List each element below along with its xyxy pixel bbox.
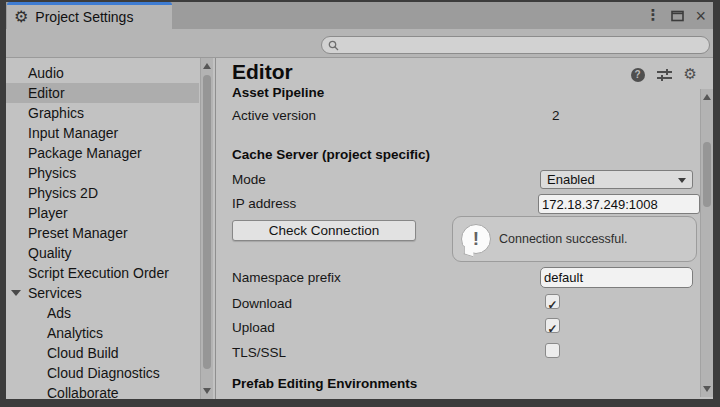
upload-label: Upload bbox=[232, 320, 275, 335]
search-icon bbox=[328, 40, 339, 51]
connection-status-notice: ! Connection successful. bbox=[452, 216, 697, 262]
info-bubble-icon: ! bbox=[461, 224, 491, 254]
page-title: Editor bbox=[232, 60, 293, 84]
sidebar-item-cloud-diagnostics[interactable]: Cloud Diagnostics bbox=[6, 363, 199, 383]
section-asset-pipeline: Asset Pipeline bbox=[232, 85, 324, 100]
mode-dropdown-value: Enabled bbox=[547, 172, 595, 187]
section-cache-server: Cache Server (project specific) bbox=[232, 147, 430, 162]
scroll-up-icon[interactable] bbox=[703, 94, 711, 100]
sidebar-item-audio[interactable]: Audio bbox=[6, 63, 199, 83]
exclamation-icon: ! bbox=[462, 228, 490, 250]
mode-dropdown[interactable]: Enabled bbox=[540, 170, 693, 189]
search-box[interactable] bbox=[321, 36, 710, 54]
active-version-label: Active version bbox=[232, 108, 316, 123]
sidebar-item-graphics[interactable]: Graphics bbox=[6, 103, 199, 123]
sidebar-item-quality[interactable]: Quality bbox=[6, 243, 199, 263]
ip-address-label: IP address bbox=[232, 196, 296, 211]
download-label: Download bbox=[232, 296, 292, 311]
content-scrollbar[interactable] bbox=[700, 89, 713, 397]
project-settings-tab[interactable]: ⚙ Project Settings bbox=[7, 2, 172, 29]
sidebar-item-physics[interactable]: Physics bbox=[6, 163, 199, 183]
active-version-value: 2 bbox=[552, 108, 560, 123]
mode-label: Mode bbox=[232, 172, 266, 187]
settings-gear-icon: ⚙ bbox=[14, 9, 28, 25]
ip-address-field[interactable] bbox=[538, 194, 700, 214]
sidebar-item-script-execution-order[interactable]: Script Execution Order bbox=[6, 263, 199, 283]
check-icon: ✓ bbox=[547, 322, 557, 336]
editor-settings-panel: Editor ? ⚙ Asset Pipeline Active version… bbox=[216, 58, 713, 399]
search-input[interactable] bbox=[343, 38, 709, 52]
scroll-down-icon[interactable] bbox=[203, 388, 211, 394]
upload-checkbox[interactable]: ✓ bbox=[545, 318, 560, 333]
section-prefab-editing: Prefab Editing Environments bbox=[232, 376, 417, 391]
maximize-icon[interactable] bbox=[671, 10, 684, 22]
sidebar-item-preset-manager[interactable]: Preset Manager bbox=[6, 223, 199, 243]
sidebar-item-cloud-build[interactable]: Cloud Build bbox=[6, 343, 199, 363]
project-settings-window: ⚙ Project Settings ⋮ × bbox=[6, 2, 713, 399]
check-icon: ✓ bbox=[547, 298, 557, 312]
sidebar-item-input-manager[interactable]: Input Manager bbox=[6, 123, 199, 143]
toolbar bbox=[6, 29, 713, 58]
presets-icon[interactable] bbox=[657, 68, 672, 82]
status-message: Connection successful. bbox=[499, 232, 628, 246]
namespace-prefix-label: Namespace prefix bbox=[232, 270, 341, 285]
tls-ssl-label: TLS/SSL bbox=[232, 345, 286, 360]
help-icon[interactable]: ? bbox=[631, 68, 645, 82]
sidebar-item-label: Services bbox=[28, 285, 82, 301]
settings-sidebar: Audio Editor Graphics Input Manager Pack… bbox=[6, 58, 216, 399]
sidebar-scroll-thumb[interactable] bbox=[203, 75, 211, 369]
title-bar: ⚙ Project Settings ⋮ × bbox=[6, 2, 713, 29]
window-controls: ⋮ × bbox=[645, 2, 706, 29]
sidebar-item-collaborate[interactable]: Collaborate bbox=[6, 383, 199, 403]
sidebar-item-editor[interactable]: Editor bbox=[6, 83, 199, 103]
check-connection-button[interactable]: Check Connection bbox=[232, 220, 416, 241]
namespace-prefix-field[interactable] bbox=[540, 267, 693, 288]
download-checkbox[interactable]: ✓ bbox=[545, 294, 560, 309]
chevron-down-icon bbox=[678, 178, 686, 183]
panel-header-icons: ? ⚙ bbox=[631, 67, 697, 82]
panel-gear-icon[interactable]: ⚙ bbox=[684, 67, 697, 82]
foldout-open-icon[interactable] bbox=[11, 290, 21, 296]
scroll-up-icon[interactable] bbox=[203, 63, 211, 69]
tls-ssl-checkbox[interactable]: ✓ bbox=[545, 343, 560, 358]
close-icon[interactable]: × bbox=[695, 7, 706, 25]
window-menu-icon[interactable]: ⋮ bbox=[645, 8, 660, 23]
settings-category-list: Audio Editor Graphics Input Manager Pack… bbox=[6, 63, 199, 403]
sidebar-item-package-manager[interactable]: Package Manager bbox=[6, 143, 199, 163]
window-title: Project Settings bbox=[35, 9, 133, 25]
sidebar-item-analytics[interactable]: Analytics bbox=[6, 323, 199, 343]
sidebar-scrollbar[interactable] bbox=[200, 58, 213, 399]
content-scroll-thumb[interactable] bbox=[703, 142, 711, 207]
scroll-down-icon[interactable] bbox=[703, 386, 711, 392]
sidebar-item-physics-2d[interactable]: Physics 2D bbox=[6, 183, 199, 203]
sidebar-item-services[interactable]: Services bbox=[6, 283, 199, 303]
sidebar-item-ads[interactable]: Ads bbox=[6, 303, 199, 323]
sidebar-item-player[interactable]: Player bbox=[6, 203, 199, 223]
